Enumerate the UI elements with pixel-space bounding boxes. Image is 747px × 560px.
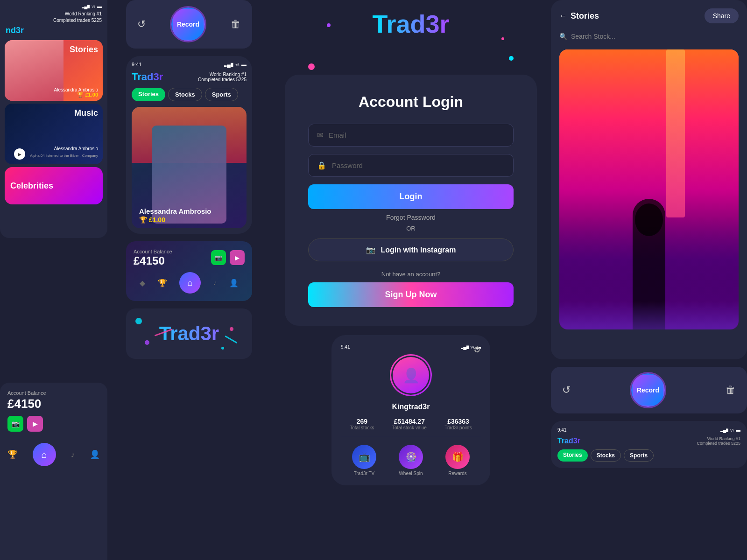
signal-wifi-battery: ▂▄▆ ᝰ ▬ xyxy=(224,62,247,67)
stories-panel-col4: ← Stories Share 🔍 Search Stock... xyxy=(551,0,747,359)
stats-row-col3: 269 Total stocks £51484.27 Total stock v… xyxy=(341,418,481,437)
profile-panel-col3: 9:41 ▂▄▆ ᝰ ▬ ⚙ 👤 Kingtrad3r 269 Total st… xyxy=(331,335,490,485)
email-field[interactable]: ✉ Email xyxy=(308,124,514,147)
avatar-wrap-col3: 👤 xyxy=(341,354,481,396)
login-button[interactable]: Login xyxy=(308,184,514,209)
bal-value: £4150 xyxy=(134,254,172,267)
bal-label: Account Balance xyxy=(134,249,172,254)
trophy-icon: 🏆 xyxy=(7,449,18,460)
stories-card-col1[interactable]: Stories Alessandra Ambrosio 🏆 £1.00 xyxy=(5,40,103,101)
brand-col1: nd3r xyxy=(0,24,107,37)
tab-stocks-mp4[interactable]: Stocks xyxy=(591,449,621,462)
play-icon-bal[interactable]: ▶ xyxy=(230,250,245,265)
column-1: ▂▄▆ ᝰ ▬ World Ranking #1 Completed trade… xyxy=(0,0,107,560)
avatar-col3: 👤 xyxy=(393,357,429,393)
user-icon-bal: 👤 xyxy=(229,279,239,287)
settings-icon[interactable]: ⚙ xyxy=(473,344,481,355)
account-icons-row: 📷 ▶ xyxy=(0,416,107,439)
avatar-ring-col3: 👤 xyxy=(390,354,432,396)
stories-title: Stories xyxy=(571,11,599,21)
stories-header: ← Stories Share xyxy=(559,8,739,23)
celeb-card-col1[interactable]: Celebrities xyxy=(5,167,103,204)
password-field[interactable]: 🔒 Password xyxy=(308,154,514,177)
refresh-icon[interactable]: ↺ xyxy=(137,18,146,30)
tab-sports-mp4[interactable]: Sports xyxy=(624,449,654,462)
back-button[interactable]: ← Stories xyxy=(559,11,599,21)
home-button-bal[interactable]: ⌂ xyxy=(179,272,201,294)
action-tv-label: Trad3r TV xyxy=(354,471,374,476)
phone-top-col1: ▂▄▆ ᝰ ▬ World Ranking #1 Completed trade… xyxy=(0,0,107,238)
profile-name-col2: Alessandra Ambrosio xyxy=(139,207,211,215)
email-placeholder: Email xyxy=(329,131,505,139)
home-button[interactable]: ⌂ xyxy=(33,443,56,466)
gift-icon: 🎁 xyxy=(445,445,470,469)
signal-mp4: ▂▄▆ ᝰ ▬ xyxy=(720,427,740,433)
stat-0: 269 Total stocks xyxy=(350,418,374,430)
music-nav-icon: ♪ xyxy=(70,450,75,460)
music-user: Alessandra Ambrosio xyxy=(54,146,99,151)
not-have-account-text: Not have an account? xyxy=(308,271,514,278)
delete-icon-col4[interactable]: 🗑 xyxy=(726,384,736,396)
instagram-login-button[interactable]: 📷 Login with Instagram xyxy=(308,238,514,261)
phone-col2: 9:41 ▂▄▆ ᝰ ▬ Trad3r World Ranking #1 Com… xyxy=(126,56,252,234)
tab-sports-col2[interactable]: Sports xyxy=(205,88,238,101)
nav-bar: 🏆 ⌂ ♪ 👤 xyxy=(0,439,107,470)
user-icon: 👤 xyxy=(90,449,100,460)
balance-card-col2: Account Balance £4150 📷 ▶ ◆ 🏆 ⌂ ♪ 👤 xyxy=(126,241,252,301)
record-toolbar-col2: ↺ Record 🗑 xyxy=(126,0,252,49)
forgot-password-link[interactable]: Forgot Password xyxy=(308,214,514,221)
camera-icon-bal[interactable]: 📷 xyxy=(211,250,226,265)
top-deco-col3: Trad3r xyxy=(271,0,551,84)
action-rewards-label: Rewards xyxy=(448,471,466,476)
share-button[interactable]: Share xyxy=(705,8,739,23)
delete-icon[interactable]: 🗑 xyxy=(231,18,241,30)
stat-1: £51484.27 Total stock value xyxy=(392,418,427,430)
status-bar-col3: 9:41 ▂▄▆ ᝰ ▬ xyxy=(341,344,481,350)
diamond-icon: ◆ xyxy=(140,279,145,287)
search-bar[interactable]: 🔍 Search Stock... xyxy=(559,29,739,44)
logo-card-col2: Trad3r xyxy=(126,308,252,359)
account-panel-col1: Account Balance £4150 📷 ▶ 🏆 ⌂ ♪ 👤 xyxy=(0,383,107,560)
record-button-col4[interactable]: Record xyxy=(631,373,665,407)
status-bar-col2: 9:41 ▂▄▆ ᝰ ▬ xyxy=(132,62,247,67)
signup-button[interactable]: Sign Up Now xyxy=(308,282,514,307)
column-4: ← Stories Share 🔍 Search Stock... xyxy=(551,0,747,560)
action-rewards[interactable]: 🎁 Rewards xyxy=(445,445,470,476)
bal-nav: ◆ 🏆 ⌂ ♪ 👤 xyxy=(134,272,245,294)
music-label: Music xyxy=(74,108,98,118)
music-card-col1[interactable]: Music Alessandra Ambrosio Alpha 04 liste… xyxy=(5,104,103,164)
actions-row-col3: 📺 Trad3r TV 🎡 Wheel Spin 🎁 Rewards xyxy=(341,445,481,476)
story-image-inner xyxy=(559,49,739,329)
tab-stories-mp4[interactable]: Stories xyxy=(557,449,588,462)
world-rank-col1: World Ranking #1 Completed trades 5225 xyxy=(0,11,107,24)
tab-stories-col2[interactable]: Stories xyxy=(132,88,165,101)
wheel-icon: 🎡 xyxy=(399,445,423,469)
trophy-icon-bal: 🏆 xyxy=(158,279,167,287)
story-image-big xyxy=(559,49,739,329)
signal-icon: ▂▄▆ ᝰ ▬ xyxy=(82,4,102,9)
tab-stocks-col2[interactable]: Stocks xyxy=(168,88,202,101)
play-button[interactable]: ▶ xyxy=(14,148,25,160)
camera-button[interactable]: 📷 xyxy=(7,416,23,432)
world-rank-col2: World Ranking #1 Completed trades 5225 xyxy=(198,72,247,82)
refresh-icon-col4[interactable]: ↺ xyxy=(562,384,571,396)
column-2: ↺ Record 🗑 9:41 ▂▄▆ ᝰ ▬ Trad3r World Ran… xyxy=(126,0,252,560)
action-tv[interactable]: 📺 Trad3r TV xyxy=(352,445,376,476)
play-button-acct[interactable]: ▶ xyxy=(27,416,43,432)
profile-price-col2: 🏆 £1.00 xyxy=(139,216,165,224)
stat-2: £36363 Trad3r points xyxy=(444,418,472,430)
stories-label: Stories xyxy=(70,45,98,55)
tv-icon: 📺 xyxy=(352,445,376,469)
or-divider: OR xyxy=(308,225,514,232)
top-brand-col3: Trad3r xyxy=(372,9,449,38)
login-panel: Account Login ✉ Email 🔒 Password Login F… xyxy=(285,75,537,326)
rank-mp4: World Ranking #1 Completed trades 5225 xyxy=(697,436,740,446)
logo-text-col2: Trad3r xyxy=(135,322,243,345)
lock-icon: 🔒 xyxy=(317,161,326,170)
login-title: Account Login xyxy=(308,93,514,111)
action-wheel[interactable]: 🎡 Wheel Spin xyxy=(399,445,423,476)
tabs-mp4: Stories Stocks Sports xyxy=(557,449,740,462)
instagram-icon: 📷 xyxy=(366,245,375,254)
balance-label: Account Balance xyxy=(0,383,107,397)
record-button-col2[interactable]: Record xyxy=(171,7,205,41)
